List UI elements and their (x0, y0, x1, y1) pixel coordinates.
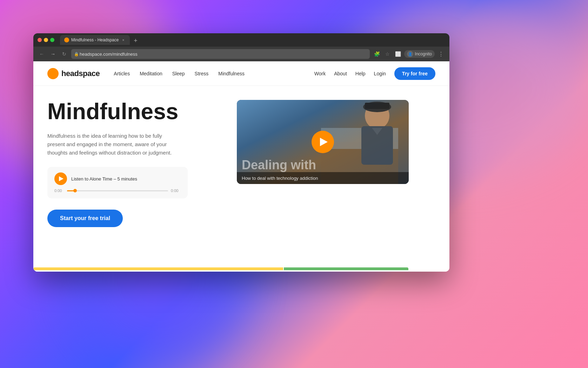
forward-button[interactable]: → (49, 50, 57, 58)
browser-more-button[interactable]: ⋮ (437, 51, 445, 57)
nav-link-help[interactable]: Help (355, 71, 366, 76)
tab-close-button[interactable]: × (121, 38, 126, 42)
progress-dot (73, 189, 77, 192)
audio-player: Listen to Alone Time – 5 minutes 0:00 0:… (47, 167, 188, 198)
video-play-button[interactable] (312, 131, 334, 153)
bottom-strip-yellow (33, 267, 283, 270)
audio-top: Listen to Alone Time – 5 minutes (54, 172, 181, 185)
bottom-strip (33, 266, 449, 272)
nav-right-links: Work About Help Login Try for free (314, 67, 435, 80)
nav-link-meditation[interactable]: Meditation (140, 71, 162, 76)
progress-track[interactable] (67, 190, 168, 191)
audio-progress-bar[interactable]: 0:00 0:00 (54, 189, 181, 193)
video-caption-text: How to deal with technology addiction (242, 176, 318, 181)
extensions-icon[interactable]: 🧩 (373, 50, 381, 58)
tab-title: Mindfulness - Headspace (71, 38, 119, 42)
url-display[interactable]: headspace.com/mindfulness (71, 49, 370, 59)
svg-rect-4 (365, 103, 389, 109)
incognito-label: Incognito (415, 52, 432, 56)
nav-link-sleep[interactable]: Sleep (172, 71, 185, 76)
site-navigation: headspace Articles Meditation Sleep Stre… (33, 61, 449, 86)
video-container: Dealing with How to deal with technology… (237, 100, 409, 184)
nav-link-about[interactable]: About (334, 71, 347, 76)
browser-page: headspace Articles Meditation Sleep Stre… (33, 61, 449, 272)
audio-time-end: 0:00 (171, 189, 181, 193)
tab-bar: Mindfulness - Headspace × + (60, 35, 445, 45)
logo-text: headspace (61, 69, 100, 78)
browser-titlebar: Mindfulness - Headspace × + (33, 33, 449, 47)
active-tab[interactable]: Mindfulness - Headspace × (60, 35, 130, 45)
audio-title: Listen to Alone Time – 5 minutes (71, 176, 137, 182)
video-overlay-text: Dealing with (242, 159, 316, 171)
logo-icon (47, 68, 59, 79)
refresh-button[interactable]: ↻ (60, 50, 68, 58)
start-free-trial-button[interactable]: Start your free trial (47, 210, 123, 227)
incognito-badge: 👤 Incognito (404, 50, 435, 58)
nav-link-articles[interactable]: Articles (114, 71, 130, 76)
site-logo[interactable]: headspace (47, 68, 100, 79)
nav-links: Articles Meditation Sleep Stress Mindful… (114, 71, 245, 76)
audio-play-button[interactable] (54, 172, 67, 185)
tab-favicon (64, 38, 69, 42)
nav-link-stress[interactable]: Stress (195, 71, 209, 76)
hero-left: Mindfulness Mindfulness is the idea of l… (47, 100, 223, 266)
browser-window: Mindfulness - Headspace × + ← → ↻ 🔒 head… (33, 33, 449, 272)
address-bar-wrapper[interactable]: 🔒 headspace.com/mindfulness (71, 49, 370, 59)
hero-right: Dealing with How to deal with technology… (237, 100, 409, 266)
page-heading: Mindfulness (47, 100, 223, 123)
bottom-strip-green (284, 267, 409, 270)
bookmark-icon[interactable]: ☆ (383, 50, 392, 58)
new-tab-button[interactable]: + (131, 36, 140, 45)
page-description: Mindfulness is the idea of learning how … (47, 132, 181, 157)
split-view-icon[interactable]: ⬜ (394, 50, 402, 58)
traffic-lights (38, 38, 54, 42)
nav-link-mindfulness[interactable]: Mindfulness (218, 71, 245, 76)
fullscreen-window-button[interactable] (50, 38, 54, 42)
minimize-window-button[interactable] (44, 38, 48, 42)
browser-toolbar-icons: 🧩 ☆ ⬜ 👤 Incognito ⋮ (373, 50, 445, 58)
browser-addressbar: ← → ↻ 🔒 headspace.com/mindfulness 🧩 ☆ ⬜ … (33, 47, 449, 61)
close-window-button[interactable] (38, 38, 42, 42)
audio-time-start: 0:00 (54, 189, 64, 193)
incognito-avatar-icon: 👤 (407, 51, 413, 57)
nav-link-work[interactable]: Work (314, 71, 326, 76)
site-hero: Mindfulness Mindfulness is the idea of l… (33, 86, 449, 266)
lock-icon: 🔒 (74, 52, 79, 56)
try-for-free-button[interactable]: Try for free (394, 67, 435, 80)
video-caption-bar: How to deal with technology addiction (237, 172, 409, 184)
nav-link-login[interactable]: Login (374, 71, 386, 76)
back-button[interactable]: ← (38, 50, 46, 58)
